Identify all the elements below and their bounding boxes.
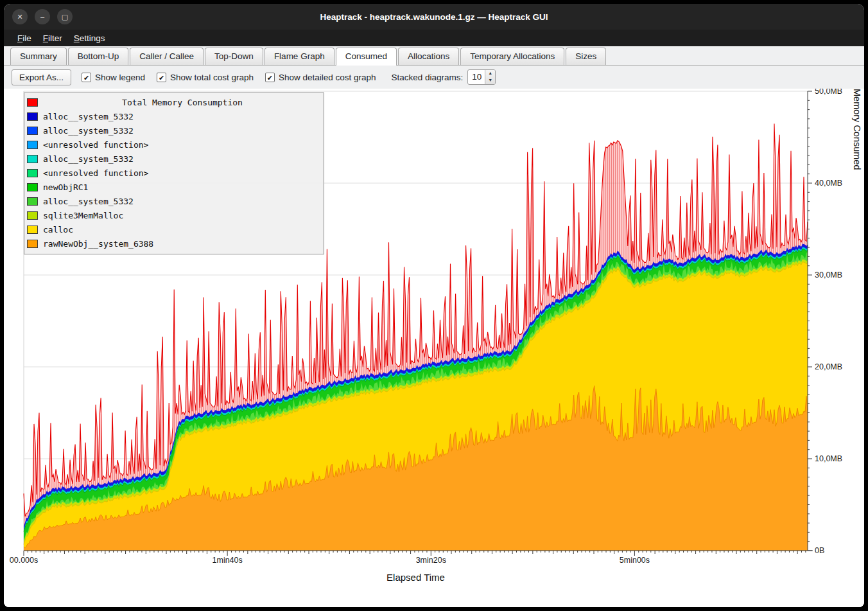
spinner-up-icon[interactable]: ▴ (485, 70, 495, 77)
legend-swatch (27, 211, 38, 220)
minimize-button[interactable]: – (35, 9, 50, 24)
legend-swatch (27, 240, 38, 248)
spinner-arrows: ▴ ▾ (485, 70, 495, 84)
legend-item: rawNewObj__system_6388 (27, 236, 322, 251)
legend-item: <unresolved function> (27, 166, 322, 180)
legend-swatch (27, 127, 38, 135)
stacked-diagrams-spinner[interactable]: 10 ▴ ▾ (467, 69, 496, 85)
show-total-cost-checkbox[interactable]: ✔ Show total cost graph (157, 73, 254, 82)
legend-swatch (27, 197, 38, 206)
titlebar: ✕ – ▢ Heaptrack - heaptrack.wakunode.1.g… (4, 4, 864, 30)
legend-item: alloc__system_5332 (27, 123, 322, 137)
tab-top-down[interactable]: Top-Down (205, 48, 263, 65)
y-axis-title: Memory Consumed (852, 89, 862, 607)
close-icon: ✕ (17, 13, 22, 21)
x-axis-title: Elapsed Time (386, 572, 445, 583)
legend-swatch (27, 183, 38, 191)
legend-item: alloc__system_5332 (27, 152, 322, 166)
x-tick-label: 5min00s (620, 556, 650, 565)
tab-flame-graph[interactable]: Flame Graph (265, 48, 334, 65)
checkbox-check-icon: ✔ (265, 73, 275, 82)
tab-temporary-allocations[interactable]: Temporary Allocations (460, 48, 564, 65)
legend-item: calloc (27, 222, 322, 236)
tab-consumed[interactable]: Consumed (336, 48, 397, 66)
x-tick-label: 00.000s (10, 556, 38, 565)
menu-file[interactable]: File (12, 31, 37, 45)
toolbar: Export As... ✔ Show legend ✔ Show total … (4, 66, 864, 89)
close-button[interactable]: ✕ (12, 9, 28, 24)
y-tick-label: 40,0MB (815, 179, 842, 188)
checkbox-check-icon: ✔ (82, 73, 91, 82)
tab-bottom-up[interactable]: Bottom-Up (68, 48, 129, 65)
chart-area: 00.000s1min40s3min20s5min00s0B10,0MB20,0… (4, 89, 864, 607)
tab-allocations[interactable]: Allocations (398, 48, 459, 65)
legend-title: Total Memory Consumption (43, 98, 322, 107)
y-tick-label: 10,0MB (815, 454, 842, 463)
y-tick-label: 50,0MB (815, 89, 842, 96)
legend-swatch (27, 155, 38, 163)
tab-caller-callee[interactable]: Caller / Callee (130, 48, 204, 65)
menu-filter[interactable]: Filter (37, 31, 68, 45)
stacked-diagrams-value[interactable]: 10 (468, 70, 485, 84)
legend-item: <unresolved function> (27, 137, 322, 152)
heaptrack-window: ✕ – ▢ Heaptrack - heaptrack.wakunode.1.g… (4, 4, 864, 607)
y-tick-label: 20,0MB (815, 362, 842, 371)
checkbox-check-icon: ✔ (157, 73, 166, 82)
legend-item: alloc__system_5332 (27, 109, 322, 123)
menu-settings[interactable]: Settings (68, 31, 111, 45)
y-tick-label: 30,0MB (815, 270, 842, 279)
legend-item: newObjRC1 (27, 180, 322, 194)
chart-legend: Total Memory Consumption alloc__system_5… (24, 93, 324, 254)
window-title: Heaptrack - heaptrack.wakunode.1.gz — He… (4, 12, 864, 22)
minimize-icon: – (40, 13, 44, 21)
maximize-button[interactable]: ▢ (57, 9, 73, 24)
window-controls: ✕ – ▢ (4, 9, 73, 24)
legend-swatch (27, 112, 38, 121)
maximize-icon: ▢ (62, 13, 68, 21)
legend-item: alloc__system_5332 (27, 194, 322, 208)
legend-swatch (27, 226, 38, 234)
show-legend-checkbox[interactable]: ✔ Show legend (82, 73, 145, 82)
y-tick-label: 0B (815, 546, 824, 555)
stacked-diagrams-label: Stacked diagrams: (392, 73, 464, 82)
show-detailed-cost-checkbox[interactable]: ✔ Show detailed cost graph (265, 73, 376, 82)
menubar: File Filter Settings (4, 30, 864, 46)
spinner-down-icon[interactable]: ▾ (485, 77, 495, 84)
show-detailed-cost-label: Show detailed cost graph (279, 73, 376, 82)
legend-item: sqlite3MemMalloc (27, 208, 322, 222)
legend-swatch (27, 169, 38, 177)
show-legend-label: Show legend (95, 73, 145, 82)
legend-swatch (27, 141, 38, 149)
legend-title-row: Total Memory Consumption (27, 95, 322, 109)
legend-swatch (27, 98, 38, 107)
export-as-button[interactable]: Export As... (12, 69, 71, 85)
tab-bar: Summary Bottom-Up Caller / Callee Top-Do… (4, 46, 864, 66)
x-tick-label: 1min40s (213, 556, 243, 565)
tab-sizes[interactable]: Sizes (566, 48, 606, 65)
show-total-cost-label: Show total cost graph (170, 73, 254, 82)
x-tick-label: 3min20s (416, 556, 446, 565)
tab-summary[interactable]: Summary (10, 48, 67, 65)
